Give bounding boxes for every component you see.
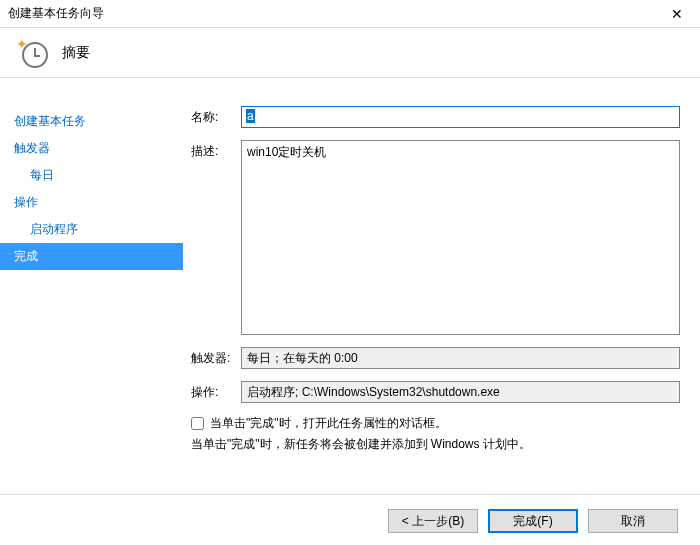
sidebar-item-4[interactable]: 启动程序 [0, 216, 183, 243]
finish-button[interactable]: 完成(F) [488, 509, 578, 533]
page-title: 摘要 [62, 44, 90, 62]
window-title: 创建基本任务向导 [8, 5, 104, 22]
name-label: 名称: [191, 106, 241, 126]
sidebar-item-0[interactable]: 创建基本任务 [0, 108, 183, 135]
cancel-button[interactable]: 取消 [588, 509, 678, 533]
sidebar-item-1[interactable]: 触发器 [0, 135, 183, 162]
name-input[interactable]: a [241, 106, 680, 128]
desc-textarea[interactable] [241, 140, 680, 335]
sidebar: 创建基本任务触发器每日操作启动程序完成 [0, 78, 183, 488]
divider [0, 494, 700, 495]
checkbox-label: 当单击"完成"时，打开此任务属性的对话框。 [210, 415, 447, 432]
footer-buttons: < 上一步(B) 完成(F) 取消 [388, 509, 678, 533]
trigger-value: 每日；在每天的 0:00 [241, 347, 680, 369]
action-value: 启动程序; C:\Windows\System32\shutdown.exe [241, 381, 680, 403]
sidebar-item-2[interactable]: 每日 [0, 162, 183, 189]
hint-text: 当单击"完成"时，新任务将会被创建并添加到 Windows 计划中。 [191, 436, 680, 453]
back-button[interactable]: < 上一步(B) [388, 509, 478, 533]
titlebar: 创建基本任务向导 ✕ [0, 0, 700, 28]
desc-label: 描述: [191, 140, 241, 160]
close-icon[interactable]: ✕ [662, 6, 692, 22]
trigger-label: 触发器: [191, 347, 241, 367]
sidebar-item-5[interactable]: 完成 [0, 243, 183, 270]
action-label: 操作: [191, 381, 241, 401]
wizard-header: ✦ 摘要 [0, 28, 700, 78]
open-properties-checkbox[interactable] [191, 417, 204, 430]
sidebar-item-3[interactable]: 操作 [0, 189, 183, 216]
clock-icon: ✦ [18, 38, 48, 68]
content-panel: 名称: a 描述: 触发器: 每日；在每天的 0:00 操作: 启动程序; C:… [183, 78, 700, 488]
main-area: 创建基本任务触发器每日操作启动程序完成 名称: a 描述: 触发器: 每日；在每… [0, 78, 700, 488]
